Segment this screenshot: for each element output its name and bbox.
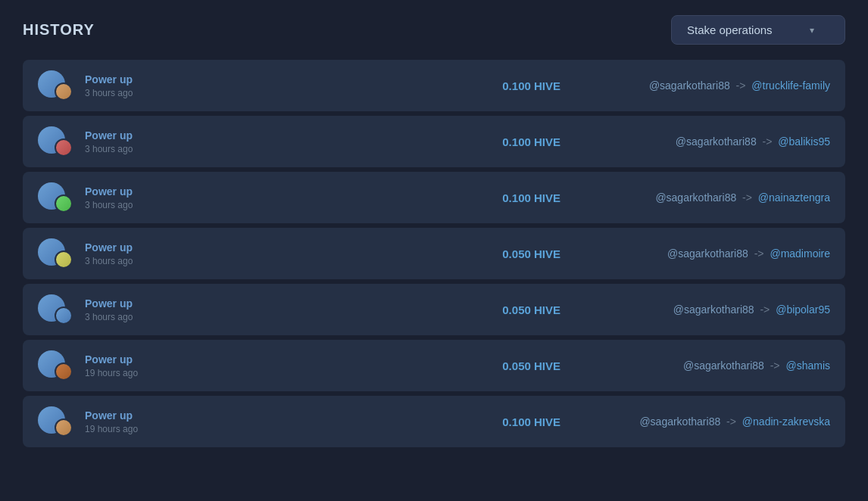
- action-info: Power up 19 hours ago: [85, 409, 176, 434]
- sender: @sagarkothari88: [655, 191, 736, 204]
- avatar: [38, 182, 73, 213]
- recipient: @nainaztengra: [758, 191, 830, 204]
- table-row[interactable]: Power up 3 hours ago 0.100 HIVE @sagarko…: [23, 116, 845, 167]
- action-label: Power up: [85, 129, 176, 142]
- transfer-info: @sagarkothari88 -> @trucklife-family: [588, 79, 830, 92]
- table-row[interactable]: Power up 3 hours ago 0.100 HIVE @sagarko…: [23, 172, 845, 223]
- arrow-icon: ->: [754, 247, 767, 260]
- action-info: Power up 3 hours ago: [85, 185, 176, 210]
- transfer-info: @sagarkothari88 -> @balikis95: [588, 135, 830, 148]
- action-info: Power up 19 hours ago: [85, 353, 176, 378]
- action-time: 3 hours ago: [85, 88, 176, 98]
- action-label: Power up: [85, 73, 176, 86]
- arrow-icon: ->: [760, 303, 773, 316]
- action-time: 3 hours ago: [85, 144, 176, 154]
- avatar-secondary: [55, 419, 73, 437]
- sender: @sagarkothari88: [639, 415, 720, 428]
- amount-value: 0.100 HIVE: [470, 135, 560, 148]
- dropdown-label: Stake operations: [687, 23, 773, 36]
- action-info: Power up 3 hours ago: [85, 241, 176, 266]
- action-label: Power up: [85, 297, 176, 310]
- transfer-info: @sagarkothari88 -> @nadin-zakrevska: [588, 415, 830, 428]
- table-row[interactable]: Power up 3 hours ago 0.050 HIVE @sagarko…: [23, 228, 845, 279]
- recipient: @shamis: [785, 359, 830, 372]
- amount-value: 0.050 HIVE: [470, 247, 560, 260]
- table-row[interactable]: Power up 19 hours ago 0.050 HIVE @sagark…: [23, 340, 845, 391]
- action-time: 3 hours ago: [85, 256, 176, 266]
- action-time: 3 hours ago: [85, 312, 176, 322]
- avatar: [38, 350, 73, 381]
- transfer-info: @sagarkothari88 -> @nainaztengra: [588, 191, 830, 204]
- action-time: 19 hours ago: [85, 424, 176, 434]
- amount-value: 0.050 HIVE: [470, 303, 560, 316]
- transfer-info: @sagarkothari88 -> @shamis: [588, 359, 830, 372]
- avatar-secondary: [55, 307, 73, 325]
- table-row[interactable]: Power up 3 hours ago 0.100 HIVE @sagarko…: [23, 60, 845, 111]
- arrow-icon: ->: [726, 415, 739, 428]
- amount-value: 0.100 HIVE: [470, 191, 560, 204]
- avatar-secondary: [55, 82, 73, 101]
- avatar: [38, 238, 73, 269]
- stake-operations-dropdown[interactable]: Stake operations ▾: [671, 15, 845, 45]
- arrow-icon: ->: [770, 359, 783, 372]
- recipient: @trucklife-family: [751, 79, 830, 92]
- action-label: Power up: [85, 185, 176, 198]
- table-row[interactable]: Power up 19 hours ago 0.100 HIVE @sagark…: [23, 396, 845, 447]
- avatar-secondary: [55, 194, 73, 213]
- page-header: HISTORY Stake operations ▾: [23, 15, 845, 45]
- recipient: @bipolar95: [776, 303, 830, 316]
- avatar: [38, 294, 73, 325]
- arrow-icon: ->: [742, 191, 755, 204]
- sender: @sagarkothari88: [649, 79, 730, 92]
- action-time: 3 hours ago: [85, 200, 176, 210]
- action-label: Power up: [85, 241, 176, 254]
- amount-value: 0.100 HIVE: [470, 79, 560, 92]
- filter-dropdown-wrapper: Stake operations ▾: [671, 15, 845, 45]
- recipient: @balikis95: [778, 135, 830, 148]
- action-label: Power up: [85, 409, 176, 422]
- history-list: Power up 3 hours ago 0.100 HIVE @sagarko…: [23, 60, 845, 447]
- action-info: Power up 3 hours ago: [85, 297, 176, 322]
- action-info: Power up 3 hours ago: [85, 129, 176, 154]
- transfer-info: @sagarkothari88 -> @bipolar95: [588, 303, 830, 316]
- avatar-secondary: [55, 138, 73, 157]
- amount-value: 0.050 HIVE: [470, 359, 560, 372]
- transfer-info: @sagarkothari88 -> @madimoire: [588, 247, 830, 260]
- page-title: HISTORY: [23, 21, 95, 39]
- sender: @sagarkothari88: [683, 359, 764, 372]
- avatar-secondary: [55, 250, 73, 269]
- avatar: [38, 126, 73, 157]
- amount-value: 0.100 HIVE: [470, 415, 560, 428]
- action-info: Power up 3 hours ago: [85, 73, 176, 98]
- action-time: 19 hours ago: [85, 368, 176, 378]
- sender: @sagarkothari88: [676, 135, 757, 148]
- avatar: [38, 406, 73, 437]
- action-label: Power up: [85, 353, 176, 366]
- sender: @sagarkothari88: [667, 247, 748, 260]
- arrow-icon: ->: [736, 79, 749, 92]
- chevron-down-icon: ▾: [810, 25, 814, 36]
- avatar-secondary: [55, 363, 73, 381]
- arrow-icon: ->: [763, 135, 776, 148]
- recipient: @madimoire: [770, 247, 830, 260]
- avatar: [38, 70, 73, 101]
- table-row[interactable]: Power up 3 hours ago 0.050 HIVE @sagarko…: [23, 284, 845, 335]
- sender: @sagarkothari88: [673, 303, 754, 316]
- recipient: @nadin-zakrevska: [742, 415, 830, 428]
